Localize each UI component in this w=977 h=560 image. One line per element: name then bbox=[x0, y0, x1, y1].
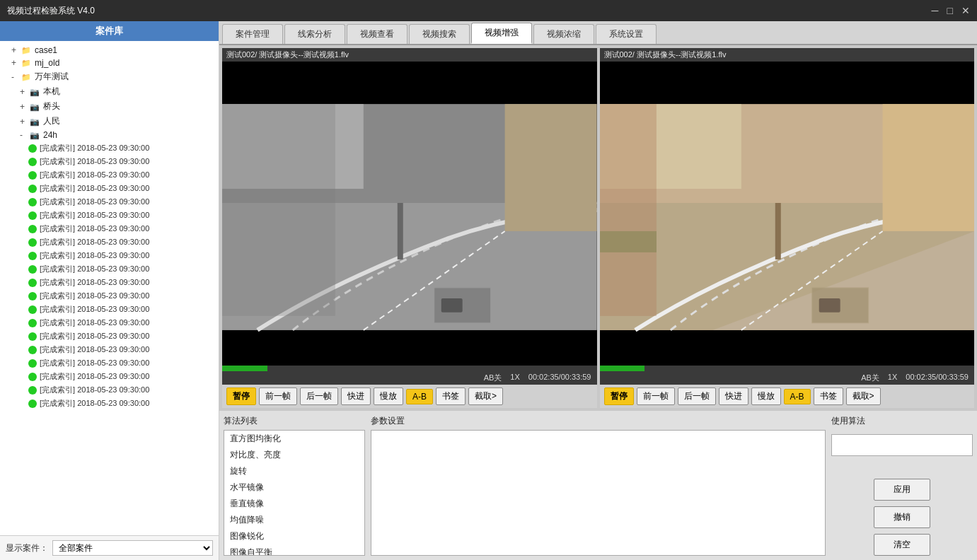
green-status-dot bbox=[28, 144, 37, 153]
tree-item-24h[interactable]: - 24h bbox=[0, 129, 219, 141]
status-item[interactable]: [完成索引] 2018-05-23 09:30:00 bbox=[0, 155, 219, 168]
status-text: [完成索引] 2018-05-23 09:30:00 bbox=[40, 317, 149, 328]
video-progress-1[interactable] bbox=[222, 366, 597, 371]
tree-item-renmin[interactable]: + 人民 bbox=[0, 114, 219, 129]
tab-video-condense[interactable]: 视频浓缩 bbox=[533, 24, 594, 44]
fast-forward-btn-1[interactable]: 快进 bbox=[341, 387, 371, 405]
status-item[interactable]: [完成索引] 2018-05-23 09:30:00 bbox=[0, 209, 219, 222]
sidebar-tree: + case1 + mj_old - 万年测试 + 本机 + bbox=[0, 41, 219, 535]
used-algo-box bbox=[831, 434, 973, 456]
algo-item-sharpen[interactable]: 图像锐化 bbox=[224, 528, 364, 544]
capture-btn-1[interactable]: 截取> bbox=[468, 387, 503, 405]
status-item[interactable]: [完成索引] 2018-05-23 09:30:00 bbox=[0, 276, 219, 289]
status-item[interactable]: [完成索引] 2018-05-23 09:30:00 bbox=[0, 356, 219, 370]
status-item[interactable]: [完成索引] 2018-05-23 09:30:00 bbox=[0, 182, 219, 195]
status-item[interactable]: [完成索引] 2018-05-23 09:30:00 bbox=[0, 262, 219, 276]
algo-item-denoise[interactable]: 均值降噪 bbox=[224, 512, 364, 528]
video-controls-1: 暂停 前一帧 后一帧 快进 慢放 A-B 书签 截取> bbox=[222, 385, 597, 408]
green-status-dot bbox=[28, 292, 37, 301]
status-item[interactable]: [完成索引] 2018-05-23 09:30:00 bbox=[0, 235, 219, 249]
status-text: [完成索引] 2018-05-23 09:30:00 bbox=[40, 143, 149, 153]
tree-label: case1 bbox=[35, 45, 57, 55]
capture-btn-2[interactable]: 截取> bbox=[846, 387, 881, 405]
tab-bar: 案件管理 线索分析 视频查看 视频搜索 视频增强 视频浓缩 系统设置 bbox=[219, 21, 977, 45]
pause-btn-2[interactable]: 暂停 bbox=[604, 387, 634, 405]
status-item[interactable]: [完成索引] 2018-05-23 09:30:00 bbox=[0, 383, 219, 397]
svg-rect-18 bbox=[600, 104, 657, 316]
cancel-button[interactable]: 撤销 bbox=[874, 506, 930, 528]
status-text: [完成索引] 2018-05-23 09:30:00 bbox=[40, 385, 149, 395]
status-item[interactable]: [完成索引] 2018-05-23 09:30:00 bbox=[0, 303, 219, 316]
algo-item-v-mirror[interactable]: 垂直镜像 bbox=[224, 496, 364, 512]
tab-video-search[interactable]: 视频搜索 bbox=[409, 24, 470, 44]
video-info-bar-2: AB关 1X 00:02:35/00:33:59 bbox=[600, 371, 975, 385]
sidebar: 案件库 + case1 + mj_old - 万年测试 + 本机 bbox=[0, 21, 219, 560]
algo-item-h-mirror[interactable]: 水平镜像 bbox=[224, 479, 364, 496]
svg-rect-23 bbox=[775, 203, 780, 259]
bottom-section: 算法列表 直方图均衡化对比度、亮度旋转水平镜像垂直镜像均值降噪图像锐化图像自平衡… bbox=[219, 411, 977, 560]
status-item[interactable]: [完成索引] 2018-05-23 09:30:00 bbox=[0, 397, 219, 410]
camera-icon bbox=[30, 87, 41, 97]
tree-item-wannian[interactable]: - 万年测试 bbox=[0, 69, 219, 84]
next-frame-btn-1[interactable]: 后一帧 bbox=[300, 387, 338, 405]
tree-item-qiaotou[interactable]: + 桥头 bbox=[0, 99, 219, 114]
ab-label-1: AB关 bbox=[484, 373, 502, 383]
tree-item-mjold[interactable]: + mj_old bbox=[0, 57, 219, 69]
slow-play-btn-2[interactable]: 慢放 bbox=[751, 387, 781, 405]
fast-forward-btn-2[interactable]: 快进 bbox=[719, 387, 748, 405]
close-button[interactable]: ✕ bbox=[961, 5, 970, 16]
ab-btn-1[interactable]: A-B bbox=[406, 389, 433, 404]
tree-item-benji[interactable]: + 本机 bbox=[0, 84, 219, 99]
sidebar-footer: 显示案件： 全部案件 案件1 案件2 bbox=[0, 535, 219, 560]
status-item[interactable]: [完成索引] 2018-05-23 09:30:00 bbox=[0, 316, 219, 329]
pause-btn-1[interactable]: 暂停 bbox=[226, 387, 256, 405]
tab-sys-settings[interactable]: 系统设置 bbox=[596, 24, 657, 44]
time-1: 00:02:35/00:33:59 bbox=[528, 373, 591, 383]
expand-icon: + bbox=[20, 117, 30, 127]
algo-item-contrast-bright[interactable]: 对比度、亮度 bbox=[224, 447, 364, 463]
status-item[interactable]: [完成索引] 2018-05-23 09:30:00 bbox=[0, 168, 219, 182]
video-display-2 bbox=[600, 62, 975, 366]
tab-clue-analysis[interactable]: 线索分析 bbox=[284, 24, 345, 44]
green-status-dot bbox=[28, 305, 37, 314]
camera-icon bbox=[30, 117, 41, 127]
status-item[interactable]: [完成索引] 2018-05-23 09:30:00 bbox=[0, 222, 219, 235]
apply-button[interactable]: 应用 bbox=[874, 479, 930, 501]
video-progress-2[interactable] bbox=[600, 366, 975, 371]
status-item[interactable]: [完成索引] 2018-05-23 09:30:00 bbox=[0, 289, 219, 303]
expand-icon: + bbox=[20, 102, 30, 112]
status-item[interactable]: [完成索引] 2018-05-23 09:30:00 bbox=[0, 343, 219, 356]
svg-rect-1 bbox=[222, 330, 597, 366]
svg-rect-0 bbox=[222, 62, 597, 104]
status-item[interactable]: [完成索引] 2018-05-23 09:30:00 bbox=[0, 195, 219, 209]
svg-rect-12 bbox=[600, 330, 975, 366]
algo-item-auto-balance[interactable]: 图像自平衡 bbox=[224, 544, 364, 556]
green-status-dot bbox=[28, 225, 37, 233]
bookmark-btn-1[interactable]: 书签 bbox=[436, 387, 466, 405]
algo-item-histogram-eq[interactable]: 直方图均衡化 bbox=[224, 431, 364, 447]
folder-icon bbox=[21, 72, 33, 82]
tab-case-mgmt[interactable]: 案件管理 bbox=[222, 24, 283, 44]
ab-btn-2[interactable]: A-B bbox=[784, 389, 811, 404]
green-status-dot bbox=[28, 198, 37, 206]
status-item[interactable]: [完成索引] 2018-05-23 09:30:00 bbox=[0, 370, 219, 383]
status-item[interactable]: [完成索引] 2018-05-23 09:30:00 bbox=[0, 249, 219, 262]
algo-item-rotate[interactable]: 旋转 bbox=[224, 463, 364, 479]
tab-video-enhance[interactable]: 视频增强 bbox=[471, 23, 532, 44]
prev-frame-btn-2[interactable]: 前一帧 bbox=[637, 387, 675, 405]
prev-frame-btn-1[interactable]: 前一帧 bbox=[259, 387, 297, 405]
case-filter-select[interactable]: 全部案件 案件1 案件2 bbox=[52, 540, 213, 556]
green-status-dot bbox=[28, 238, 37, 247]
status-item[interactable]: [完成索引] 2018-05-23 09:30:00 bbox=[0, 329, 219, 343]
tree-item-case1[interactable]: + case1 bbox=[0, 44, 219, 57]
svg-rect-22 bbox=[819, 298, 840, 313]
maximize-button[interactable]: □ bbox=[947, 5, 953, 16]
bookmark-btn-2[interactable]: 书签 bbox=[814, 387, 843, 405]
slow-play-btn-1[interactable]: 慢放 bbox=[374, 387, 403, 405]
time-2: 00:02:35/00:33:59 bbox=[906, 373, 969, 383]
status-item[interactable]: [完成索引] 2018-05-23 09:30:00 bbox=[0, 141, 219, 155]
clear-button[interactable]: 清空 bbox=[874, 534, 930, 556]
next-frame-btn-2[interactable]: 后一帧 bbox=[678, 387, 716, 405]
minimize-button[interactable]: ─ bbox=[932, 5, 939, 16]
tab-video-view[interactable]: 视频查看 bbox=[347, 24, 407, 44]
